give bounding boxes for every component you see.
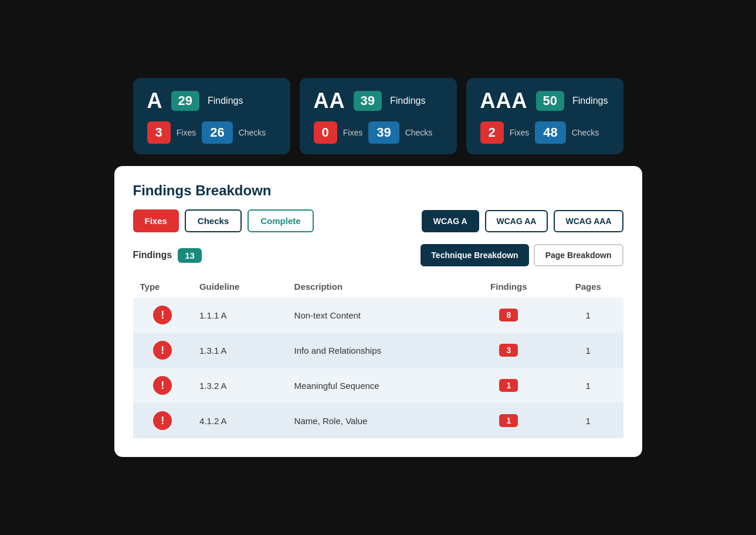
complete-button[interactable]: Complete [248,209,313,232]
cell-findings: 1 [465,403,553,438]
card-aa-fixes-count: 0 [314,121,337,144]
findings-badge: 8 [499,309,518,321]
card-a-findings-count: 29 [171,91,199,111]
table-header: Type Guideline Description Findings Page… [133,276,623,297]
card-a-checks-count: 26 [202,121,232,144]
table-row: !4.1.2 AName, Role, Value11 [133,403,623,438]
card-aaa-findings-count: 50 [536,91,564,111]
col-findings: Findings [465,276,553,297]
cell-guideline: 1.1.1 A [192,297,287,333]
col-pages: Pages [553,276,623,297]
findings-count-badge: 13 [178,248,202,263]
table-row: !1.1.1 ANon-text Content81 [133,297,623,333]
cell-guideline: 1.3.1 A [192,333,287,368]
technique-breakdown-button[interactable]: Technique Breakdown [421,244,528,266]
card-a-checks-label: Checks [239,128,266,137]
card-aaa: AAA 50 Findings 2 Fixes 48 Checks [466,78,623,154]
cell-pages: 1 [553,403,623,438]
cell-guideline: 4.1.2 A [192,403,287,438]
cell-description: Info and Relationships [287,333,465,368]
card-aaa-fixes-label: Fixes [510,128,529,137]
findings-badge: 3 [499,344,518,357]
card-aa-level: AA [314,89,345,113]
cell-type: ! [133,297,192,333]
card-a-level: A [147,89,163,113]
findings-label: Findings [133,250,172,260]
wcag-aa-button[interactable]: WCAG AA [485,210,548,232]
wcag-a-button[interactable]: WCAG A [422,210,479,232]
findings-badge: 1 [499,414,518,427]
table-body: !1.1.1 ANon-text Content81!1.3.1 AInfo a… [133,297,623,438]
card-a-fixes-count: 3 [147,121,171,144]
filter-row: Fixes Checks Complete WCAG A WCAG AA WCA… [133,209,623,232]
page-breakdown-button[interactable]: Page Breakdown [534,244,623,266]
cell-type: ! [133,368,192,403]
card-aaa-header: AAA 50 Findings [480,89,609,113]
main-container: A 29 Findings 3 Fixes 26 Checks AA 39 Fi… [114,78,642,457]
cell-type: ! [133,403,192,438]
wcag-aaa-button[interactable]: WCAG AAA [554,210,623,232]
cell-pages: 1 [553,368,623,403]
cell-guideline: 1.3.2 A [192,368,287,403]
card-aa-findings-label: Findings [390,96,425,106]
card-a-findings-label: Findings [208,96,243,106]
cell-pages: 1 [553,333,623,368]
breakdown-buttons: Technique Breakdown Page Breakdown [421,244,623,266]
card-aa-findings-count: 39 [354,91,382,111]
findings-left: Findings 13 [133,248,202,263]
col-type: Type [133,276,192,297]
findings-badge: 1 [499,379,518,392]
table-row: !1.3.1 AInfo and Relationships31 [133,333,623,368]
filter-right: WCAG A WCAG AA WCAG AAA [422,210,623,232]
card-aa-footer: 0 Fixes 39 Checks [314,121,443,144]
breakdown-title: Findings Breakdown [133,182,623,199]
card-aaa-checks-label: Checks [572,128,599,137]
card-aaa-findings-label: Findings [572,96,608,106]
findings-table: Type Guideline Description Findings Page… [133,276,623,438]
error-icon: ! [153,306,172,324]
cell-type: ! [133,333,192,368]
fixes-button[interactable]: Fixes [133,209,179,232]
cell-pages: 1 [553,297,623,333]
error-icon: ! [153,341,172,360]
cell-description: Meaningful Sequence [287,368,465,403]
checks-button[interactable]: Checks [185,209,242,232]
cell-findings: 8 [465,297,553,333]
table-row: !1.3.2 AMeaningful Sequence11 [133,368,623,403]
cell-description: Name, Role, Value [287,403,465,438]
card-aa: AA 39 Findings 0 Fixes 39 Checks [300,78,457,154]
breakdown-section: Findings Breakdown Fixes Checks Complete… [114,166,642,457]
card-aa-checks-label: Checks [405,128,433,137]
card-aaa-footer: 2 Fixes 48 Checks [480,121,609,144]
cell-description: Non-text Content [287,297,465,333]
card-aaa-level: AAA [480,89,528,113]
error-icon: ! [153,376,172,395]
filter-left: Fixes Checks Complete [133,209,314,232]
cell-findings: 3 [465,333,553,368]
cell-findings: 1 [465,368,553,403]
card-a: A 29 Findings 3 Fixes 26 Checks [133,78,290,154]
card-aaa-checks-count: 48 [535,121,565,144]
card-a-footer: 3 Fixes 26 Checks [147,121,276,144]
card-aa-fixes-label: Fixes [343,128,362,137]
findings-row: Findings 13 Technique Breakdown Page Bre… [133,244,623,266]
col-guideline: Guideline [192,276,287,297]
card-a-fixes-label: Fixes [177,128,196,137]
card-a-header: A 29 Findings [147,89,276,113]
card-aa-checks-count: 39 [368,121,399,144]
col-description: Description [287,276,465,297]
card-aaa-fixes-count: 2 [480,121,504,144]
error-icon: ! [153,411,172,430]
card-aa-header: AA 39 Findings [314,89,443,113]
cards-row: A 29 Findings 3 Fixes 26 Checks AA 39 Fi… [114,78,642,154]
